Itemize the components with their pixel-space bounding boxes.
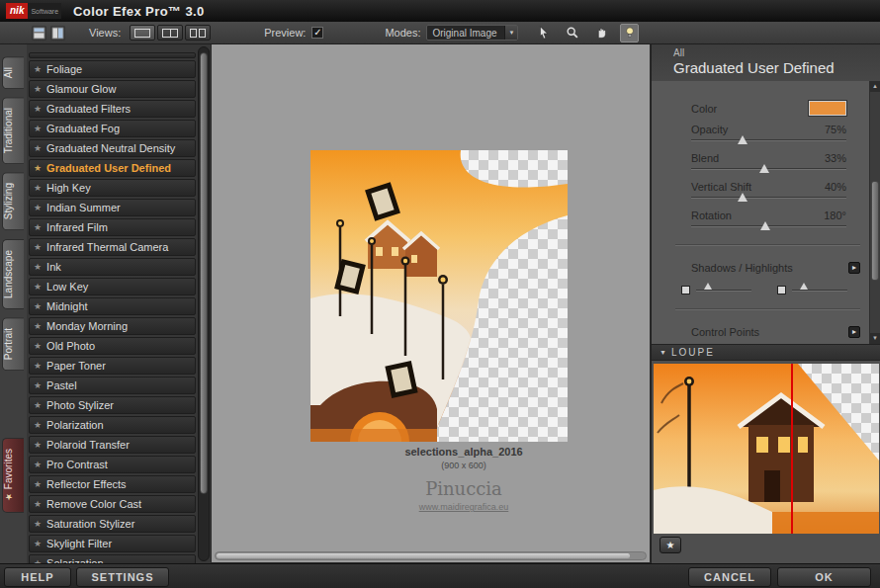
preview-horizontal-scroll-thumb[interactable] bbox=[217, 553, 630, 558]
panel-controls: Color Opacity 75% Blend 33% Vertical Shi… bbox=[652, 81, 880, 344]
filter-item-19[interactable]: ★ Polaroid Transfer bbox=[29, 436, 196, 454]
loupe-label: LOUPE bbox=[671, 347, 715, 358]
highlights-slider[interactable] bbox=[777, 286, 847, 294]
magnifier-icon bbox=[566, 26, 579, 40]
preview-checkbox[interactable]: ✓ bbox=[311, 27, 323, 39]
filter-item-18[interactable]: ★ Polarization bbox=[29, 416, 196, 434]
filter-item-5[interactable]: ★ Graduated User Defined bbox=[29, 159, 196, 177]
cancel-button[interactable]: CANCEL bbox=[688, 567, 771, 587]
background-color-tool-button[interactable] bbox=[620, 24, 639, 42]
filter-item-8[interactable]: ★ Infrared Film bbox=[29, 218, 196, 236]
filter-item-12[interactable]: ★ Midnight bbox=[29, 297, 196, 315]
filter-item-11[interactable]: ★ Low Key bbox=[29, 278, 196, 295]
loupe-view[interactable] bbox=[654, 364, 879, 534]
filter-item-6[interactable]: ★ High Key bbox=[29, 179, 196, 197]
loupe-panel: ★ bbox=[652, 361, 880, 563]
filter-item-24[interactable]: ★ Skylight Filter bbox=[29, 535, 196, 552]
filter-item-25[interactable]: ★ Solarization bbox=[29, 554, 196, 563]
tab-landscape[interactable]: Landscape bbox=[2, 239, 24, 309]
dropdown-arrow-icon[interactable]: ▼ bbox=[504, 26, 517, 40]
modes-dropdown[interactable]: Original Image ▼ bbox=[426, 25, 518, 41]
scroll-up-icon[interactable]: ▲ bbox=[870, 81, 880, 92]
shadows-checkbox[interactable] bbox=[681, 286, 690, 294]
filter-item-16[interactable]: ★ Pastel bbox=[29, 377, 196, 394]
single-view-icon bbox=[134, 29, 150, 38]
highlights-slider-track[interactable] bbox=[792, 290, 847, 292]
filter-item-9[interactable]: ★ Infrared Thermal Camera bbox=[29, 238, 196, 256]
slider-value: 40% bbox=[825, 181, 846, 193]
settings-button[interactable]: SETTINGS bbox=[76, 567, 169, 587]
split-view-button[interactable] bbox=[157, 25, 183, 41]
highlights-checkbox[interactable] bbox=[777, 286, 786, 294]
select-tool-button[interactable] bbox=[534, 24, 553, 42]
filter-item-2[interactable]: ★ Graduated Filters bbox=[29, 100, 196, 118]
split-browser-icon[interactable] bbox=[50, 26, 65, 41]
ok-button[interactable]: OK bbox=[777, 567, 871, 587]
filter-list-scrollbar[interactable] bbox=[198, 46, 210, 561]
shadows-slider-marker[interactable] bbox=[704, 283, 712, 290]
filter-item-1[interactable]: ★ Glamour Glow bbox=[29, 80, 196, 98]
help-button[interactable]: HELP bbox=[4, 567, 71, 587]
artist-website: www.maidiregrafica.eu bbox=[325, 502, 602, 512]
filter-item-0[interactable]: ★ Foliage bbox=[29, 60, 196, 78]
filter-item-3[interactable]: ★ Graduated Fog bbox=[29, 120, 196, 137]
highlights-slider-marker[interactable] bbox=[800, 283, 808, 290]
tab-label: All bbox=[3, 67, 14, 78]
loupe-header[interactable]: ▼ LOUPE bbox=[652, 344, 880, 361]
zoom-tool-button[interactable] bbox=[563, 24, 581, 42]
tab-label: Traditional bbox=[3, 108, 14, 153]
scroll-down-icon[interactable]: ▼ bbox=[870, 333, 880, 344]
tab-portrait[interactable]: Portrait bbox=[2, 317, 24, 371]
filter-item-22[interactable]: ★ Remove Color Cast bbox=[29, 495, 196, 513]
expand-shadows-highlights-button[interactable]: ▸ bbox=[848, 262, 860, 274]
filter-item-21[interactable]: ★ Reflector Effects bbox=[29, 475, 196, 493]
pan-tool-button[interactable] bbox=[591, 24, 610, 42]
filter-item-4[interactable]: ★ Graduated Neutral Density bbox=[29, 139, 196, 157]
slider-marker[interactable] bbox=[738, 193, 748, 202]
filter-item-label: Pro Contrast bbox=[46, 459, 108, 470]
shadows-slider[interactable] bbox=[681, 286, 751, 294]
side-by-side-view-button[interactable] bbox=[185, 25, 211, 41]
filter-star-icon: ★ bbox=[34, 519, 42, 529]
filter-item-20[interactable]: ★ Pro Contrast bbox=[29, 456, 196, 473]
slider-marker[interactable] bbox=[760, 221, 770, 230]
filter-star-icon: ★ bbox=[34, 460, 42, 469]
filter-item-label: Graduated Neutral Density bbox=[46, 142, 175, 154]
filter-item-14[interactable]: ★ Old Photo bbox=[29, 337, 196, 355]
panel-scroll-thumb[interactable] bbox=[871, 181, 879, 281]
preview-image[interactable] bbox=[310, 150, 568, 442]
slider-track[interactable] bbox=[691, 139, 846, 141]
expand-control-points-button[interactable]: ▸ bbox=[848, 326, 860, 338]
filter-item-clipped[interactable] bbox=[29, 52, 196, 58]
shadows-highlights-section: Shadows / Highlights ▸ bbox=[691, 262, 860, 274]
filter-item-17[interactable]: ★ Photo Stylizer bbox=[29, 396, 196, 414]
tab-traditional[interactable]: Traditional bbox=[2, 97, 24, 164]
filter-item-10[interactable]: ★ Ink bbox=[29, 258, 196, 276]
slider-marker[interactable] bbox=[738, 135, 748, 144]
tab-stylizing[interactable]: Stylizing bbox=[2, 172, 24, 230]
filter-star-icon: ★ bbox=[34, 203, 42, 212]
slider-marker[interactable] bbox=[759, 164, 769, 173]
preview-horizontal-scrollbar[interactable] bbox=[215, 551, 647, 560]
titlebar: nik Software Color Efex Pro™ 3.0 bbox=[0, 0, 880, 22]
slider-track[interactable] bbox=[691, 197, 846, 199]
filter-item-label: Photo Stylizer bbox=[46, 399, 114, 411]
filter-item-label: Indian Summer bbox=[46, 202, 121, 213]
tab-favorites[interactable]: ★ Favorites bbox=[2, 438, 24, 513]
panel-scrollbar[interactable]: ▲ ▼ bbox=[869, 81, 880, 344]
filter-list-scroll-thumb[interactable] bbox=[200, 52, 208, 493]
thumbnail-browser-icon[interactable] bbox=[32, 26, 46, 41]
color-swatch[interactable] bbox=[809, 101, 846, 116]
filter-item-label: High Key bbox=[46, 182, 91, 194]
tab-all[interactable]: All bbox=[2, 56, 24, 89]
loupe-favorite-button[interactable]: ★ bbox=[660, 537, 681, 553]
filter-star-icon: ★ bbox=[34, 301, 42, 311]
single-view-button[interactable] bbox=[130, 25, 155, 41]
filter-item-label: Infrared Film bbox=[46, 221, 108, 233]
filter-item-label: Polarization bbox=[46, 419, 103, 431]
filter-item-15[interactable]: ★ Paper Toner bbox=[29, 357, 196, 375]
shadows-slider-track[interactable] bbox=[696, 290, 751, 292]
filter-item-13[interactable]: ★ Monday Morning bbox=[29, 317, 196, 335]
filter-item-23[interactable]: ★ Saturation Stylizer bbox=[29, 515, 196, 533]
filter-item-7[interactable]: ★ Indian Summer bbox=[29, 199, 196, 216]
